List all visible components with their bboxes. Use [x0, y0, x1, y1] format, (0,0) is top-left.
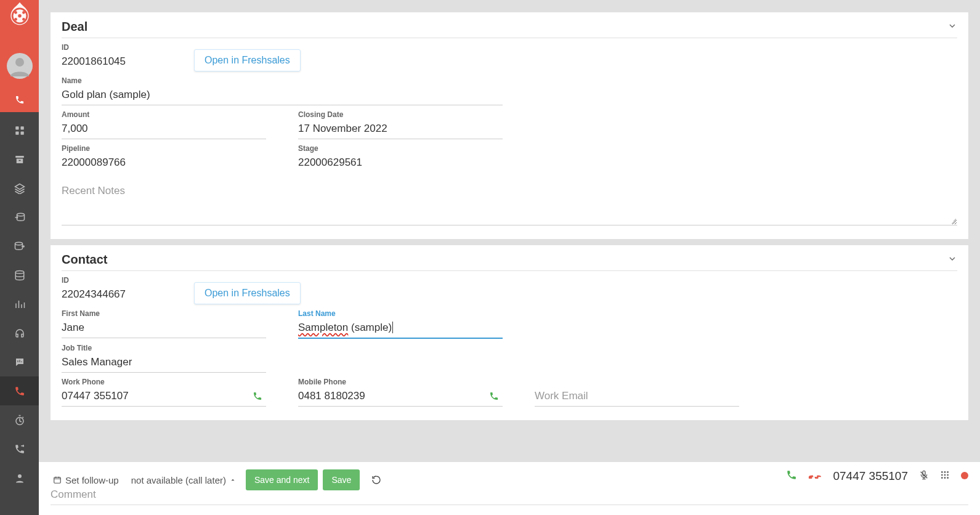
deal-id-label: ID	[62, 43, 185, 52]
mobile-phone-label: Mobile Phone	[298, 378, 503, 386]
layers-icon	[14, 183, 25, 194]
phone-icon	[15, 95, 25, 105]
svg-point-13	[15, 242, 22, 245]
calendar-icon	[53, 476, 62, 484]
phone-icon	[14, 386, 25, 397]
mute-button[interactable]	[919, 470, 929, 482]
deal-panel-title: Deal	[62, 20, 87, 34]
svg-rect-8	[20, 126, 23, 129]
deal-name-input[interactable]	[62, 86, 503, 105]
sidebar-item-support[interactable]	[0, 318, 39, 347]
svg-point-23	[947, 474, 949, 476]
svg-point-24	[941, 477, 943, 479]
call-hangup-button[interactable]	[808, 468, 822, 484]
sidebar-item-layers[interactable]	[0, 174, 39, 203]
sidebar-item-archive[interactable]	[0, 145, 39, 174]
work-phone-label: Work Phone	[62, 378, 266, 386]
sidebar-item-dialer[interactable]	[0, 376, 39, 405]
first-name-label: First Name	[62, 309, 266, 318]
database-icon	[14, 270, 25, 281]
availability-dropdown[interactable]: not available (call later)	[126, 472, 241, 488]
comment-input[interactable]	[51, 486, 968, 505]
dialpad-button[interactable]	[940, 470, 950, 482]
sidebar-item-timer[interactable]	[0, 405, 39, 434]
deal-notes-textarea[interactable]: Recent Notes	[62, 185, 957, 225]
user-avatar[interactable]	[7, 53, 33, 79]
work-phone-input[interactable]	[62, 387, 266, 407]
caret-up-icon	[230, 477, 236, 483]
record-button[interactable]	[961, 471, 968, 482]
deal-amount-label: Amount	[62, 110, 266, 119]
mobile-phone-input[interactable]	[298, 387, 503, 407]
svg-rect-11	[18, 160, 20, 161]
contact-id-value: 22024344667	[62, 286, 185, 304]
availability-label: not available (call later)	[131, 475, 226, 485]
first-name-input[interactable]	[62, 319, 266, 338]
sidebar-item-dashboard[interactable]	[0, 116, 39, 145]
svg-point-14	[15, 270, 24, 274]
svg-point-3	[22, 11, 25, 14]
chevron-down-icon[interactable]	[947, 253, 957, 267]
undo-icon	[371, 475, 381, 485]
call-mobile-phone-icon[interactable]	[489, 391, 499, 403]
archive-icon	[14, 154, 25, 165]
left-sidebar	[0, 0, 39, 515]
call-work-phone-icon[interactable]	[253, 391, 262, 403]
svg-point-12	[17, 213, 24, 216]
svg-rect-10	[20, 131, 23, 134]
sidebar-item-call-forward[interactable]	[0, 434, 39, 463]
comment-row	[51, 486, 968, 505]
stopwatch-icon	[14, 415, 25, 426]
deal-id-value: 22001861045	[62, 53, 185, 71]
contact-panel: Contact Open in Freshsales ID 2202434466…	[51, 245, 968, 420]
sidebar-item-chat[interactable]	[0, 347, 39, 376]
content-scroll[interactable]: Deal Open in Freshsales ID 22001861045 N…	[39, 0, 980, 462]
svg-point-2	[14, 11, 17, 14]
svg-point-16	[18, 474, 22, 478]
headphones-icon	[14, 328, 25, 339]
job-title-label: Job Title	[62, 344, 266, 352]
deal-stage-value: 22000629561	[298, 154, 503, 172]
last-name-suffix: (sample)	[348, 322, 392, 333]
record-dot-icon	[961, 472, 968, 479]
work-email-input[interactable]	[535, 387, 739, 407]
open-freshsales-deal-button[interactable]: Open in Freshsales	[194, 49, 301, 71]
sidebar-item-db-in[interactable]	[0, 203, 39, 232]
svg-rect-7	[15, 126, 18, 129]
deal-closing-date-input[interactable]	[298, 120, 503, 139]
sidebar-nav	[0, 112, 39, 492]
set-follow-up-button[interactable]: Set follow-up	[51, 472, 121, 488]
last-name-main: Sampleton	[298, 322, 348, 333]
brand-logo-icon	[6, 1, 33, 28]
deal-amount-input[interactable]	[62, 120, 266, 139]
call-forward-icon	[14, 444, 25, 455]
sidebar-phone-top[interactable]	[0, 87, 39, 112]
bottom-phone-number: 07447 355107	[833, 469, 908, 483]
svg-rect-9	[15, 131, 18, 134]
sidebar-item-db-out[interactable]	[0, 232, 39, 261]
svg-point-4	[14, 18, 17, 21]
set-follow-up-label: Set follow-up	[65, 475, 119, 485]
svg-point-20	[947, 471, 949, 473]
open-freshsales-contact-button[interactable]: Open in Freshsales	[194, 282, 301, 304]
svg-point-19	[944, 471, 946, 473]
sidebar-item-analytics[interactable]	[0, 290, 39, 318]
dialpad-icon	[940, 470, 950, 480]
last-name-input[interactable]: Sampleton (sample)​	[298, 319, 503, 339]
deal-closing-date-label: Closing Date	[298, 110, 503, 119]
contact-panel-title: Contact	[62, 253, 107, 267]
sidebar-item-profile[interactable]	[0, 463, 39, 492]
deal-notes-placeholder: Recent Notes	[62, 185, 125, 197]
deal-stage-label: Stage	[298, 144, 503, 153]
chevron-down-icon[interactable]	[947, 20, 957, 34]
svg-rect-17	[54, 477, 61, 483]
svg-point-26	[947, 477, 949, 479]
call-answer-button[interactable]	[786, 469, 797, 483]
job-title-input[interactable]	[62, 354, 266, 373]
contact-id-label: ID	[62, 276, 185, 285]
sidebar-item-database[interactable]	[0, 261, 39, 290]
svg-point-1	[18, 14, 22, 18]
bottom-bar: Set follow-up not available (call later)…	[39, 462, 980, 515]
db-out-icon	[14, 241, 25, 252]
deal-pipeline-value: 22000089766	[62, 154, 266, 172]
